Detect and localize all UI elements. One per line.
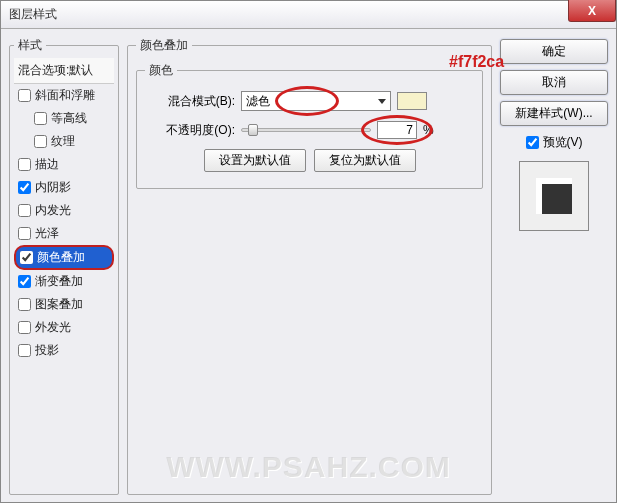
blend-mode-value: 滤色 — [246, 93, 270, 110]
style-inner-shadow[interactable]: 内阴影 — [14, 176, 114, 199]
styles-fieldset: 样式 混合选项:默认 斜面和浮雕 等高线 纹理 描边 内阴影 内发光 光泽 颜色… — [9, 37, 119, 495]
style-contour-label: 等高线 — [51, 110, 87, 127]
preview-inner — [536, 178, 572, 214]
opacity-row: 不透明度(O): % — [145, 121, 474, 139]
layer-style-dialog: 图层样式 X 样式 混合选项:默认 斜面和浮雕 等高线 纹理 描边 内阴影 内发… — [0, 0, 617, 503]
style-texture-checkbox[interactable] — [34, 135, 47, 148]
style-inner-shadow-checkbox[interactable] — [18, 181, 31, 194]
preview-checkbox[interactable] — [526, 136, 539, 149]
style-inner-shadow-label: 内阴影 — [35, 179, 71, 196]
chevron-down-icon — [378, 99, 386, 104]
cancel-button[interactable]: 取消 — [500, 70, 608, 95]
styles-panel: 样式 混合选项:默认 斜面和浮雕 等高线 纹理 描边 内阴影 内发光 光泽 颜色… — [9, 37, 119, 494]
opacity-label: 不透明度(O): — [145, 122, 235, 139]
style-bevel-checkbox[interactable] — [18, 89, 31, 102]
opacity-slider[interactable] — [241, 128, 371, 132]
style-gradient-overlay[interactable]: 渐变叠加 — [14, 270, 114, 293]
new-style-button[interactable]: 新建样式(W)... — [500, 101, 608, 126]
style-satin-checkbox[interactable] — [18, 227, 31, 240]
style-outer-glow-label: 外发光 — [35, 319, 71, 336]
styles-legend: 样式 — [14, 37, 46, 54]
preview-row: 预览(V) — [500, 134, 608, 151]
style-inner-glow-label: 内发光 — [35, 202, 71, 219]
color-overlay-fieldset: 颜色叠加 颜色 #f7f2ca 混合模式(B): 滤色 不透明度( — [127, 37, 492, 495]
titlebar: 图层样式 X — [1, 1, 616, 29]
style-gradient-overlay-checkbox[interactable] — [18, 275, 31, 288]
ok-button[interactable]: 确定 — [500, 39, 608, 64]
style-drop-shadow-checkbox[interactable] — [18, 344, 31, 357]
opacity-input[interactable] — [377, 121, 417, 139]
style-gradient-overlay-label: 渐变叠加 — [35, 273, 83, 290]
reset-default-button[interactable]: 复位为默认值 — [314, 149, 416, 172]
style-texture-label: 纹理 — [51, 133, 75, 150]
color-inner-fieldset: 颜色 #f7f2ca 混合模式(B): 滤色 不透明度(O): — [136, 62, 483, 189]
blending-options-label: 混合选项:默认 — [18, 62, 93, 79]
window-title: 图层样式 — [9, 6, 57, 23]
style-contour-checkbox[interactable] — [34, 112, 47, 125]
style-outer-glow-checkbox[interactable] — [18, 321, 31, 334]
style-contour[interactable]: 等高线 — [14, 107, 114, 130]
blend-mode-dropdown[interactable]: 滤色 — [241, 91, 391, 111]
action-panel: 确定 取消 新建样式(W)... 预览(V) — [500, 37, 608, 494]
preview-label: 预览(V) — [543, 134, 583, 151]
blending-options-header[interactable]: 混合选项:默认 — [14, 58, 114, 84]
color-overlay-legend: 颜色叠加 — [136, 37, 192, 54]
style-bevel[interactable]: 斜面和浮雕 — [14, 84, 114, 107]
preview-thumbnail — [519, 161, 589, 231]
style-color-overlay-checkbox[interactable] — [20, 251, 33, 264]
style-stroke-label: 描边 — [35, 156, 59, 173]
defaults-button-row: 设置为默认值 复位为默认值 — [145, 149, 474, 172]
close-button[interactable]: X — [568, 0, 616, 22]
style-pattern-overlay-checkbox[interactable] — [18, 298, 31, 311]
style-satin[interactable]: 光泽 — [14, 222, 114, 245]
color-hex-annotation: #f7f2ca — [449, 53, 504, 71]
opacity-slider-thumb[interactable] — [248, 124, 258, 136]
style-bevel-label: 斜面和浮雕 — [35, 87, 95, 104]
style-color-overlay-label: 颜色叠加 — [37, 249, 85, 266]
style-stroke-checkbox[interactable] — [18, 158, 31, 171]
style-outer-glow[interactable]: 外发光 — [14, 316, 114, 339]
style-inner-glow-checkbox[interactable] — [18, 204, 31, 217]
dialog-content: 样式 混合选项:默认 斜面和浮雕 等高线 纹理 描边 内阴影 内发光 光泽 颜色… — [1, 29, 616, 502]
style-texture[interactable]: 纹理 — [14, 130, 114, 153]
blend-mode-row: 混合模式(B): 滤色 — [145, 91, 474, 111]
style-inner-glow[interactable]: 内发光 — [14, 199, 114, 222]
settings-panel: 颜色叠加 颜色 #f7f2ca 混合模式(B): 滤色 不透明度( — [127, 37, 492, 494]
color-inner-legend: 颜色 — [145, 62, 177, 79]
blend-mode-label: 混合模式(B): — [145, 93, 235, 110]
style-satin-label: 光泽 — [35, 225, 59, 242]
style-pattern-overlay-label: 图案叠加 — [35, 296, 83, 313]
style-stroke[interactable]: 描边 — [14, 153, 114, 176]
opacity-unit: % — [423, 123, 434, 137]
style-drop-shadow-label: 投影 — [35, 342, 59, 359]
set-default-button[interactable]: 设置为默认值 — [204, 149, 306, 172]
color-swatch[interactable] — [397, 92, 427, 110]
style-color-overlay[interactable]: 颜色叠加 — [14, 245, 114, 270]
style-pattern-overlay[interactable]: 图案叠加 — [14, 293, 114, 316]
style-drop-shadow[interactable]: 投影 — [14, 339, 114, 362]
close-icon: X — [588, 4, 596, 18]
